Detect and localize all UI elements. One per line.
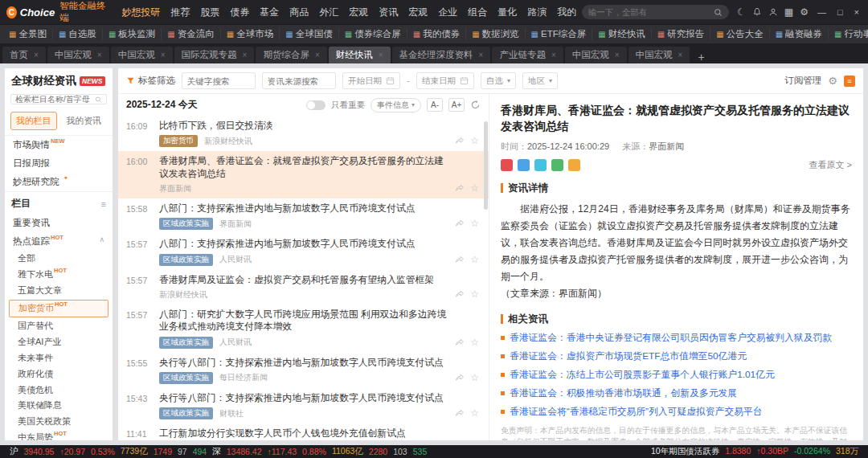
bond-quote-group[interactable]: 10年期国债活跃券 1.8380 ↑0.30BP -0.0264% 318万	[651, 446, 858, 457]
tab-close-icon[interactable]: ×	[379, 51, 383, 59]
topic-future-events[interactable]: 未来事件	[5, 350, 113, 366]
weibo-share-icon[interactable]	[518, 159, 530, 171]
quickbar-item-finance-news[interactable]: ▦财经快讯	[592, 28, 650, 40]
sidebar-item-mx-institute[interactable]: 妙想研究院 ✦	[5, 173, 113, 191]
star-icon[interactable]: ☆	[470, 408, 479, 418]
maximize-icon[interactable]: □	[835, 7, 845, 17]
collapse-icon[interactable]: ∧	[99, 235, 104, 243]
sidebar-item-daily-weekly[interactable]: 日报周报	[5, 154, 113, 173]
menu-item-recommend[interactable]: 推荐	[166, 6, 195, 19]
search-icon[interactable]	[714, 8, 723, 17]
sidebar-item-market-sentiment[interactable]: 市场舆情NEW	[5, 136, 113, 154]
related-news-link[interactable]: 香港证监会：虚拟资产市场现货ETF总市值增至50亿港元	[501, 350, 852, 363]
only-important-toggle[interactable]	[306, 100, 326, 110]
related-news-link[interactable]: 香港证监会：积极推动香港市场联通，创新及多元发展	[501, 387, 852, 400]
tab-intl-macro[interactable]: 国际宏观专题×	[174, 47, 255, 63]
menu-item-macro[interactable]: 宏观	[344, 6, 374, 19]
quickbar-item-global-bond[interactable]: ▦全球国债	[279, 28, 338, 40]
source-search-input[interactable]	[262, 72, 336, 89]
quickbar-item-watchlist[interactable]: ▦自选股	[52, 28, 102, 40]
quickbar-item-etf-screen[interactable]: ▦ETF综合屏	[525, 28, 592, 40]
news-title[interactable]: 香港财库局、香港证监会：就规管虚拟资产交易及托管服务的立法建议发表咨询总结	[159, 155, 448, 180]
tab-china-macro-3[interactable]: 中国宏观×	[565, 47, 627, 63]
quickbar-item-announcements[interactable]: ▦公告大全	[710, 28, 768, 40]
news-item[interactable]: 15:57 八部门：支持探索推进内地与新加坡数字人民币跨境支付试点 区域政策实施…	[118, 234, 489, 269]
share-icon[interactable]	[455, 373, 465, 382]
tab-close-icon[interactable]: ×	[615, 51, 620, 59]
bell-icon[interactable]	[752, 7, 762, 17]
news-title[interactable]: 比特币下跌，假日交投清淡	[159, 120, 448, 132]
related-news-link[interactable]: 香港证监会：香港中央证券登记有限公司职员因伪冒客户交易被判入狱及罚款	[501, 332, 852, 345]
event-info-filter[interactable]: 事件信息▾	[371, 98, 421, 112]
news-item[interactable]: 15:57 八部门：研究扩大数字人民币跨境应用场景范围 利用双边和多边跨境业务模…	[118, 305, 489, 353]
wechat-share-icon[interactable]	[551, 159, 563, 171]
news-tag[interactable]: 区域政策实施	[159, 407, 213, 419]
menu-item-stock[interactable]: 股票	[195, 6, 225, 19]
news-title[interactable]: 八部门：支持探索推进内地与新加坡数字人民币跨境支付试点	[159, 202, 448, 215]
qzone-share-icon[interactable]	[534, 159, 547, 171]
quickbar-item-action-events[interactable]: ▦行动事件库	[828, 28, 868, 40]
related-link-text[interactable]: 香港证监会：虚拟资产市场现货ETF总市值增至50亿港元	[510, 350, 747, 363]
column-search-input[interactable]	[15, 95, 92, 104]
menu-item-enterprise[interactable]: 企业	[433, 6, 463, 19]
star-icon[interactable]: ☆	[470, 136, 479, 145]
tab-close-icon[interactable]: ×	[161, 51, 166, 59]
tab-futures-screen[interactable]: 期货综合屏×	[256, 47, 326, 63]
tab-close-icon[interactable]: ×	[243, 51, 248, 59]
quickbar-item-sector-monitor[interactable]: ▦板块监测	[102, 28, 161, 40]
tab-close-icon[interactable]: ×	[678, 51, 683, 59]
tab-china-macro-4[interactable]: 中国宏观×	[628, 47, 690, 63]
refresh-icon[interactable]	[470, 100, 481, 110]
tab-close-icon[interactable]: ×	[551, 51, 556, 59]
tab-fund-manager[interactable]: 基金经理深度资料×	[392, 47, 491, 63]
news-item[interactable]: 11:41 工行新加坡分行实现数字人民币个人钱包境外充值创新试点 数字化转型 界…	[118, 423, 489, 440]
tab-my-columns[interactable]: 我的栏目	[10, 112, 57, 130]
menu-item-forex[interactable]: 外汇	[314, 6, 344, 19]
settings-icon[interactable]: ⚙	[828, 76, 837, 86]
menu-item-roadshow[interactable]: 路演	[522, 6, 552, 19]
quickbar-item-data-browser[interactable]: ▦数据浏览	[465, 28, 524, 40]
topic-us-debt-crisis[interactable]: 美债危机	[5, 382, 113, 399]
tab-close-icon[interactable]: ×	[97, 51, 102, 59]
topic-fed-rate-cut[interactable]: 美联储降息	[5, 398, 113, 414]
topic-global-ai[interactable]: 全球AI产业	[5, 334, 113, 350]
tab-close-icon[interactable]: ×	[315, 51, 320, 59]
quickbar-item-margin[interactable]: ▦融资融券	[769, 28, 828, 40]
menu-item-fund[interactable]: 基金	[255, 6, 285, 19]
minimize-icon[interactable]: —	[815, 7, 829, 17]
pin-share-icon[interactable]	[501, 159, 513, 171]
topic-domestic-substitute[interactable]: 国产替代	[5, 318, 113, 334]
news-tag[interactable]: 区域政策实施	[159, 372, 213, 384]
star-icon[interactable]: ☆	[470, 255, 479, 264]
quickbar-item-my-bonds[interactable]: ▦我的债券	[407, 28, 465, 40]
menu-item-macro2[interactable]: 宏观	[403, 6, 433, 19]
share-icon[interactable]	[455, 337, 465, 347]
font-decrease-button[interactable]: A-	[427, 98, 443, 112]
end-date-picker[interactable]: 结束日期	[416, 72, 474, 89]
column-search-box[interactable]	[10, 94, 107, 104]
topic-all[interactable]: 全部	[5, 251, 113, 267]
related-link-text[interactable]: 香港证监会：冻结上市公司股票影子董事个人银行账户1.01亿元	[510, 369, 775, 382]
topic-five-articles[interactable]: 五篇大文章	[5, 283, 113, 299]
news-title[interactable]: 八部门：支持探索推进内地与新加坡数字人民币跨境支付试点	[159, 238, 448, 250]
keyword-search-input[interactable]	[182, 72, 256, 89]
news-tag[interactable]: 区域政策实施	[159, 337, 213, 349]
tab-china-macro-1[interactable]: 中国宏观×	[47, 47, 109, 63]
menu-item-miaoxiang[interactable]: 妙想投研	[117, 6, 166, 19]
settings-gear-icon[interactable]: ⚙	[800, 7, 809, 17]
news-tag[interactable]: 区域政策实施	[159, 218, 213, 230]
quickbar-item-bond-screen[interactable]: ▦债券综合屏	[338, 28, 407, 40]
news-item[interactable]: 16:09 比特币下跌，假日交投清淡 加密货币 新浪财经快讯 ☆	[118, 116, 489, 151]
share-icon[interactable]	[455, 219, 465, 228]
list-settings-icon[interactable]: ≡	[101, 199, 106, 209]
share-icon[interactable]	[455, 408, 465, 418]
related-link-text[interactable]: 香港证监会：积极推动香港市场联通，创新及多元发展	[510, 387, 737, 400]
theme-moon-icon[interactable]: ☾	[737, 7, 746, 17]
user-icon[interactable]	[768, 7, 778, 17]
subscription-icon[interactable]: ≡	[844, 76, 855, 87]
global-search-input[interactable]	[588, 7, 709, 17]
tag-filter-button[interactable]: 标签筛选	[126, 75, 175, 87]
tab-close-icon[interactable]: ×	[34, 51, 39, 59]
menu-item-portfolio[interactable]: 组合	[463, 6, 493, 19]
quickbar-item-panorama[interactable]: ▦全景图	[3, 28, 52, 40]
